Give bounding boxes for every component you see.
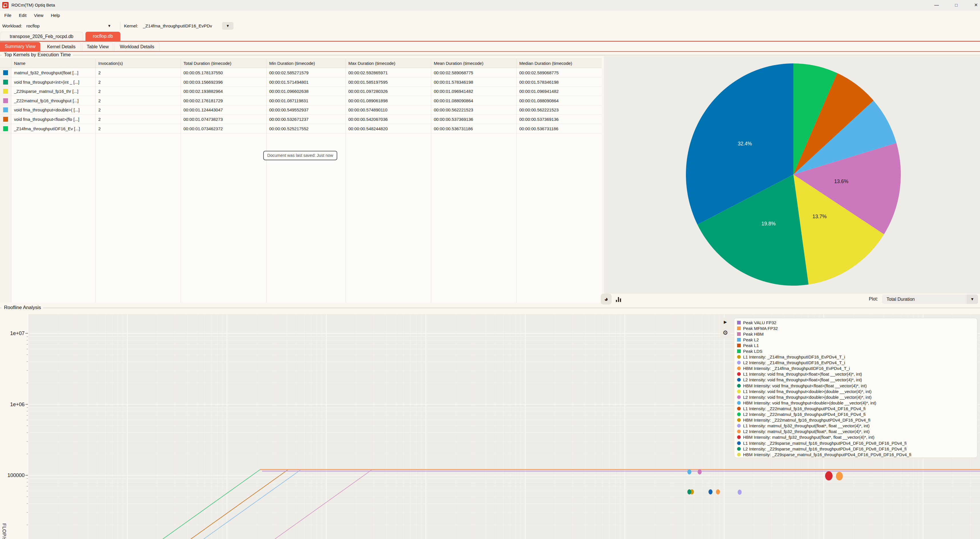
cell-max: 00:00:01.089061898 [348, 96, 430, 105]
legend-item[interactable]: Peak L1 [737, 342, 977, 348]
column-header[interactable]: Name [14, 59, 25, 68]
legend-line-swatch [737, 332, 741, 336]
intensity-point [687, 469, 691, 474]
legend-point-swatch [737, 361, 741, 365]
legend-item[interactable]: L1 Intensity: _Z14fma_throughputIDF16_Ev… [737, 354, 977, 360]
intensity-point [708, 489, 713, 495]
roofline-settings-button[interactable]: ⚙ [720, 328, 730, 338]
tab-workload-details[interactable]: Workload Details [114, 42, 160, 51]
tab-table-view[interactable]: Table View [82, 42, 113, 51]
pie-chart-icon: ◕ [604, 295, 608, 303]
legend-item[interactable]: Peak L2 [737, 337, 977, 342]
legend-point-swatch [737, 384, 741, 388]
column-header[interactable]: Median Duration (timecode) [519, 59, 572, 68]
legend-item[interactable]: L1 Intensity: _Z22matmul_fp16_throughput… [737, 406, 977, 411]
cell-name: matmul_fp32_throughput(float [...] [14, 68, 94, 78]
cell-min: 00:00:00.549552937 [269, 105, 344, 114]
workload-dropdown[interactable]: Workload: rocflop ▼ [0, 21, 115, 31]
legend-label: Peak VALU FP32 [743, 320, 776, 325]
legend-point-swatch [737, 418, 741, 422]
table-row[interactable]: void fma_throughput<double>( [...]200:00… [0, 105, 601, 114]
table-row[interactable]: _Z14fma_throughputIDF16_Ev [...]200:00:0… [0, 124, 601, 133]
menu-edit[interactable]: Edit [15, 11, 30, 20]
kernel-dropdown[interactable]: Kernel: _Z14fma_throughputIDF16_EvPDv [123, 21, 237, 31]
kernels-table: NameInvocation(s)Total Duration (timecod… [0, 59, 601, 303]
cell-median: 00:00:00.537369136 [519, 114, 600, 124]
y-tick-label: 100000 [8, 472, 25, 478]
pie-slice-label: 19.8% [761, 221, 776, 227]
legend-item[interactable]: Peak LDS [737, 348, 977, 354]
legend-item[interactable]: HBM Intensity: _Z14fma_throughputIDF16_E… [737, 366, 977, 371]
menu-file[interactable]: File [1, 11, 15, 20]
legend-label: HBM Intensity: void fma_throughput<float… [743, 383, 867, 388]
legend-label: L2 Intensity: _Z14fma_throughputIDF16_Ev… [743, 360, 845, 365]
doc-tab-1[interactable]: transpose_2026_Feb_rocpd.db [0, 32, 83, 41]
column-header[interactable]: Invocation(s) [98, 59, 123, 68]
gear-icon: ⚙ [723, 329, 728, 336]
cell-invocations: 2 [98, 78, 180, 87]
cell-mean: 00:00:00.536731186 [434, 124, 515, 133]
table-row[interactable]: _Z22matmul_fp16_throughput [...]200:00:0… [0, 96, 601, 105]
legend-item[interactable]: Peak MFMA FP32 [737, 325, 977, 331]
legend-item[interactable]: L1 Intensity: void fma_throughput<float>… [737, 371, 977, 377]
legend-label: L2 Intensity: _Z22matmul_fp16_throughput… [743, 412, 866, 417]
legend-line-swatch [737, 344, 741, 347]
legend-item[interactable]: L2 Intensity: _Z22matmul_fp16_throughput… [737, 412, 977, 417]
column-header[interactable]: Max Duration (timecode) [348, 59, 395, 68]
legend-item[interactable]: Peak HBM [737, 331, 977, 337]
cell-max: 00:00:00.574890110 [348, 105, 430, 114]
tab-kernel-details[interactable]: Kernel Details [41, 42, 81, 51]
legend-item[interactable]: HBM Intensity: _Z29sparse_matmul_fp16_th… [737, 452, 977, 457]
legend-item[interactable]: L1 Intensity: _Z29sparse_matmul_fp16_thr… [737, 440, 977, 446]
legend-item[interactable]: HBM Intensity: _Z22matmul_fp16_throughpu… [737, 417, 977, 423]
legend-item[interactable]: HBM Intensity: void fma_throughput<float… [737, 383, 977, 388]
column-header[interactable]: Total Duration (timecode) [183, 59, 232, 68]
doc-tab-2[interactable]: rocflop.db [86, 32, 120, 42]
kernel-color-swatch [3, 117, 8, 122]
table-header-row: NameInvocation(s)Total Duration (timecod… [0, 59, 601, 68]
legend-collapse-button[interactable]: ▶ [720, 318, 730, 327]
table-row[interactable]: matmul_fp32_throughput(float [...]200:00… [0, 68, 601, 78]
minimize-button[interactable]: — [931, 1, 943, 9]
section-divider [0, 55, 980, 55]
legend-item[interactable]: HBM Intensity: matmul_fp32_throughput(fl… [737, 434, 977, 440]
legend-item[interactable]: L2 Intensity: _Z29sparse_matmul_fp16_thr… [737, 446, 977, 452]
close-button[interactable]: ✕ [970, 1, 980, 9]
roofline-y-axis-label: FLOP/s) [1, 523, 7, 539]
roofline-legend: Peak VALU FP32Peak MFMA FP32Peak HBMPeak… [734, 318, 977, 458]
pie-chart-view-button[interactable]: ◕ [601, 293, 612, 304]
legend-item[interactable]: L1 Intensity: void fma_throughput<double… [737, 388, 977, 394]
legend-item[interactable]: L2 Intensity: _Z14fma_throughputIDF16_Ev… [737, 360, 977, 366]
plot-dropdown[interactable]: Total Duration ▼ [882, 295, 978, 304]
legend-item[interactable]: L2 Intensity: void fma_throughput<double… [737, 394, 977, 400]
menu-help[interactable]: Help [47, 11, 64, 20]
cell-min: 00:00:01.571494801 [269, 78, 344, 87]
legend-item[interactable]: Peak VALU FP32 [737, 320, 977, 325]
legend-point-swatch [737, 378, 741, 382]
column-divider [95, 59, 96, 303]
legend-point-swatch [737, 424, 741, 428]
menu-view[interactable]: View [30, 11, 47, 20]
legend-label: L2 Intensity: _Z29sparse_matmul_fp16_thr… [743, 447, 907, 451]
table-row[interactable]: void fma_throughput<int>(int _ [...]200:… [0, 78, 601, 87]
play-icon: ▶ [724, 320, 727, 324]
legend-item[interactable]: L1 Intensity: matmul_fp32_throughput(flo… [737, 423, 977, 429]
maximize-button[interactable]: □ [950, 1, 962, 9]
legend-item[interactable]: L2 Intensity: matmul_fp32_throughput(flo… [737, 429, 977, 434]
table-row[interactable]: void fma_throughput<float>(flo [...]200:… [0, 114, 601, 124]
tab-summary-view[interactable]: Summary View [0, 42, 40, 52]
legend-item[interactable]: L2 Intensity: void fma_throughput<float>… [737, 377, 977, 383]
column-header[interactable]: Min Duration (timecode) [269, 59, 315, 68]
workload-value: rocflop [26, 21, 40, 31]
kernel-color-swatch [3, 108, 8, 112]
column-header[interactable]: Mean Duration (timecode) [434, 59, 483, 68]
intensity-point [716, 489, 720, 495]
cell-median: 00:00:01.578346198 [519, 78, 600, 87]
kernel-dropdown-arrow[interactable]: ▼ [222, 22, 234, 30]
legend-line-swatch [737, 327, 741, 330]
intensity-point [738, 490, 741, 495]
bar-chart-view-button[interactable] [614, 295, 623, 303]
legend-item[interactable]: HBM Intensity: void fma_throughput<doubl… [737, 400, 977, 406]
title-bar: ROCm(TM) Optiq Beta — □ ✕ [0, 0, 980, 10]
table-row[interactable]: _Z29sparse_matmul_fp16_thr [...]200:00:0… [0, 87, 601, 96]
